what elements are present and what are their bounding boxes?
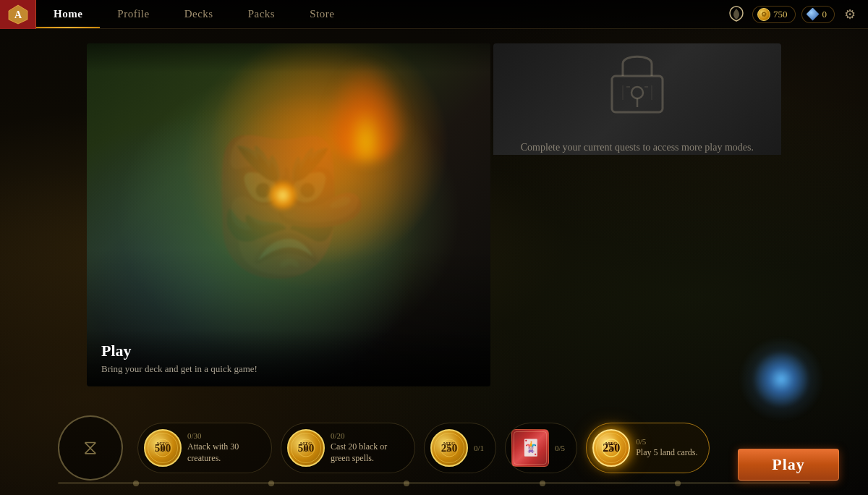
gold-currency[interactable]: ⚙ 750 [752, 6, 796, 23]
track-dot-3 [404, 481, 409, 486]
quest-4-progress: 0/5 [555, 444, 565, 452]
svg-point-3 [631, 87, 643, 98]
daily-timer: ⧖ [58, 415, 123, 481]
quest-bar: ⧖ MTG 500 0/30 Attack with 30 creatures. [0, 394, 868, 495]
lock-icon [605, 43, 670, 125]
play-card-label: Play Bring your deck and get in a quick … [87, 330, 490, 386]
locked-card-content: Complete your current quests to access m… [493, 43, 781, 155]
quest-item-1[interactable]: MTG 500 0/30 Attack with 30 creatures. [137, 423, 272, 473]
tab-packs[interactable]: Packs [231, 0, 293, 28]
quest-coin-1: MTG 500 [144, 429, 182, 467]
settings-button[interactable]: ⚙ [841, 5, 859, 24]
play-card-subtitle: Bring your deck and get in a quick game! [101, 363, 476, 375]
play-card-title: Play [101, 342, 476, 360]
gem-icon [807, 8, 820, 21]
quest-item-3[interactable]: MTG 250 0/1 [424, 423, 496, 473]
quest-3-progress: 0/1 [474, 444, 484, 452]
quest-1-desc: Attack with 30 creatures. [187, 441, 260, 464]
game-modes-section: Play Bring your deck and get in a quick … [0, 29, 868, 394]
play-mode-card[interactable]: Play Bring your deck and get in a quick … [87, 43, 490, 386]
quest-coin-2: MTG 500 [287, 429, 325, 467]
main-content: Play Bring your deck and get in a quick … [0, 29, 868, 495]
track-dot-2 [268, 481, 274, 486]
planeswalker-icon[interactable] [726, 4, 746, 25]
locked-card-text: Complete your current quests to access m… [499, 140, 775, 155]
quest-5-progress: 0/5 [636, 437, 697, 446]
progress-track [58, 482, 810, 484]
nav-right: ⚙ 750 0 ⚙ [726, 4, 868, 25]
hourglass-icon: ⧖ [83, 436, 98, 460]
tab-store[interactable]: Store [292, 0, 352, 28]
play-button[interactable]: Play [738, 449, 839, 481]
locked-mode-card: Complete your current quests to access m… [493, 43, 781, 386]
quest-item-4-pack[interactable]: 🃏 0/5 [505, 423, 577, 473]
quest-2-progress: 0/20 [331, 431, 403, 440]
quest-2-desc: Cast 20 black or green spells. [331, 441, 403, 464]
quest-item-2[interactable]: MTG 500 0/20 Cast 20 black or green spel… [281, 423, 415, 473]
quest-coin-3: MTG 250 [430, 429, 468, 467]
track-dot-4 [540, 481, 545, 486]
tab-decks[interactable]: Decks [167, 0, 231, 28]
quest-coin-5: MTG 250 [592, 429, 630, 467]
quest-1-progress: 0/30 [187, 431, 260, 440]
coin-icon: ⚙ [757, 8, 770, 21]
tab-home[interactable]: Home [36, 0, 100, 28]
navigation: A Home Profile Decks Packs Store ⚙ [0, 0, 868, 29]
quest-5-desc: Play 5 land cards. [636, 447, 697, 459]
tab-profile[interactable]: Profile [100, 0, 166, 28]
svg-text:A: A [14, 9, 22, 20]
track-dot-5 [675, 481, 681, 486]
quest-item-5[interactable]: MTG 250 0/5 Play 5 land cards. [586, 423, 710, 473]
gems-currency[interactable]: 0 [801, 6, 835, 23]
pack-image: 🃏 [511, 429, 549, 467]
mtga-logo-icon: A [7, 4, 29, 25]
nav-logo[interactable]: A [0, 0, 36, 29]
nav-tabs: Home Profile Decks Packs Store [36, 0, 726, 28]
track-dot-1 [133, 481, 139, 486]
